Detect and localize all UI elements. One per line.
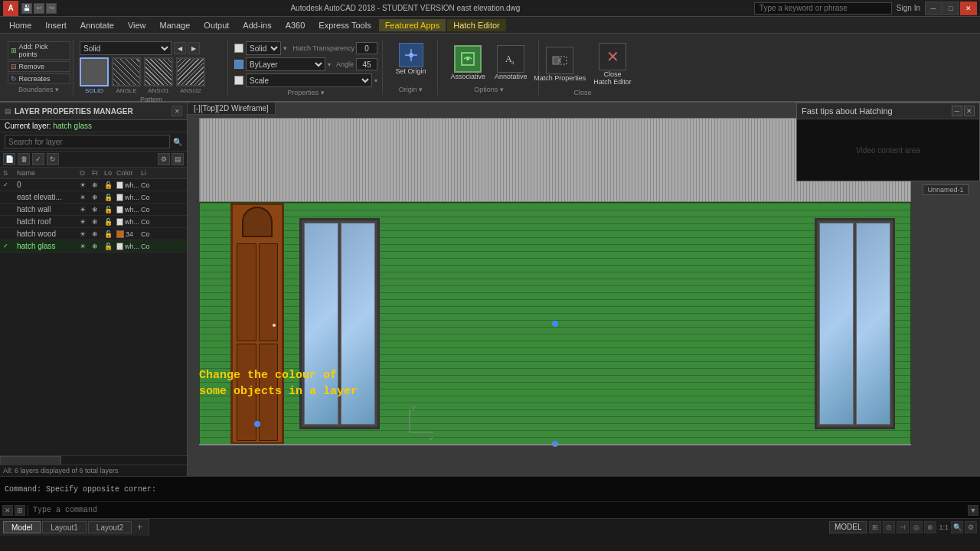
- lp-close-btn[interactable]: ✕: [172, 106, 182, 116]
- layer-freeze-glass[interactable]: ❄: [92, 243, 103, 250]
- menu-express[interactable]: Express Tools: [312, 19, 377, 31]
- bg-color-swatch[interactable]: [234, 76, 243, 85]
- layer-color-0[interactable]: wh...: [116, 181, 139, 189]
- hatch-solid-btn[interactable]: SOLID: [80, 57, 109, 94]
- delete-layer-btn[interactable]: 🗑: [18, 153, 30, 165]
- new-layer-btn[interactable]: 📄: [3, 153, 15, 165]
- cmd-close-btn[interactable]: ✕: [2, 505, 13, 516]
- layer-color-swatch[interactable]: [234, 60, 243, 69]
- menu-view[interactable]: View: [122, 19, 152, 31]
- menu-featured[interactable]: Featured Apps: [379, 19, 446, 31]
- set-current-btn[interactable]: ✓: [32, 153, 44, 165]
- match-properties-btn[interactable]: Match Properties: [531, 45, 588, 83]
- layer-select[interactable]: ByLayer: [246, 57, 325, 71]
- layer-color-glass[interactable]: wh...: [116, 243, 139, 250]
- layer-freeze-east[interactable]: ❄: [92, 194, 103, 201]
- tab-model[interactable]: Model: [3, 521, 41, 533]
- quick-access-btn[interactable]: 💾: [21, 3, 32, 14]
- pattern-prev-btn[interactable]: ◀: [174, 42, 186, 54]
- set-origin-btn[interactable]: Set Origin: [393, 41, 428, 77]
- layer-freeze-0[interactable]: ❄: [92, 181, 103, 189]
- col-color[interactable]: Color: [116, 169, 139, 177]
- layer-on-0[interactable]: ☀: [80, 181, 90, 189]
- layer-lock-0[interactable]: 🔓: [104, 181, 115, 189]
- command-input[interactable]: [28, 502, 968, 518]
- menu-home[interactable]: Home: [3, 19, 38, 31]
- layer-on-wood[interactable]: ☀: [80, 230, 90, 238]
- refresh-btn[interactable]: ↻: [47, 153, 59, 165]
- settings-btn[interactable]: ⚙: [158, 153, 170, 165]
- search-input[interactable]: [754, 2, 892, 15]
- col-on[interactable]: O: [80, 169, 90, 177]
- menu-a360[interactable]: A360: [279, 19, 312, 31]
- layer-lock-roof[interactable]: 🔓: [104, 218, 115, 226]
- scale-select[interactable]: Scale: [246, 73, 372, 87]
- add-boundaries-btn[interactable]: ⊞ Add: Pick points: [8, 41, 70, 60]
- menu-output[interactable]: Output: [198, 19, 235, 31]
- pattern-type-select[interactable]: SolidHatchGradient: [80, 41, 172, 55]
- hatch-angle-btn[interactable]: ANGLE: [112, 57, 141, 94]
- hatch-ansi31-btn[interactable]: ANSI31: [144, 57, 173, 94]
- add-tab-btn[interactable]: +: [133, 521, 145, 533]
- menu-hatch-editor[interactable]: Hatch Editor: [447, 19, 506, 31]
- named-view-label[interactable]: Unnamed-1: [923, 184, 968, 195]
- remove-boundaries-btn[interactable]: ⊟ Remove: [8, 61, 70, 72]
- col-freeze[interactable]: Fr: [92, 169, 103, 177]
- layer-row-east[interactable]: · east elevati... ☀ ❄ 🔓 wh... Co: [0, 191, 187, 204]
- layer-color-roof[interactable]: wh...: [116, 218, 139, 226]
- pattern-next-btn[interactable]: ▶: [188, 42, 200, 54]
- layer-lock-wood[interactable]: 🔓: [104, 230, 115, 238]
- layer-row-roof[interactable]: · hatch roof ☀ ❄ 🔓 wh... Co: [0, 216, 187, 228]
- close-btn[interactable]: ✕: [960, 2, 977, 15]
- snap-btn[interactable]: ⊙: [883, 521, 895, 533]
- layer-freeze-wood[interactable]: ❄: [92, 230, 103, 238]
- angle-input[interactable]: [356, 58, 377, 70]
- col-linetype[interactable]: Li: [141, 169, 156, 177]
- workspace-btn[interactable]: ⚙: [965, 521, 977, 533]
- associative-btn[interactable]: Associative: [448, 44, 488, 82]
- layer-search-input[interactable]: [5, 135, 170, 148]
- cmd-history-btn[interactable]: ▼: [968, 505, 978, 516]
- layer-color-east[interactable]: wh...: [116, 194, 139, 201]
- drawing-area[interactable]: [-][Top][2D Wireframe] 人人素材 人人素材 人人素材 人人…: [188, 103, 980, 476]
- layer-freeze-wall[interactable]: ❄: [92, 206, 103, 214]
- grid-btn[interactable]: ⊞: [869, 521, 881, 533]
- sign-in-link[interactable]: Sign In: [897, 4, 920, 12]
- layer-row-0[interactable]: ✓ 0 ☀ ❄ 🔓 wh... Co: [0, 179, 187, 191]
- menu-annotate[interactable]: Annotate: [74, 19, 120, 31]
- layer-on-roof[interactable]: ☀: [80, 218, 90, 226]
- layer-lock-glass[interactable]: 🔓: [104, 243, 115, 250]
- hatch-ansi32-btn[interactable]: ANSI32: [176, 57, 205, 94]
- tab-layout2[interactable]: Layout2: [88, 521, 132, 533]
- filter-btn[interactable]: ▤: [172, 153, 184, 165]
- menu-addins[interactable]: Add-ins: [237, 19, 277, 31]
- layer-on-glass[interactable]: ☀: [80, 243, 90, 250]
- model-space-btn[interactable]: MODEL: [829, 521, 867, 533]
- layer-freeze-roof[interactable]: ❄: [92, 218, 103, 226]
- close-hatch-editor-btn[interactable]: ✕ CloseHatch Editor: [591, 41, 634, 87]
- layer-on-east[interactable]: ☀: [80, 194, 90, 201]
- layer-row-glass[interactable]: ✓ hatch glass ☀ ❄ 🔓 wh... Co: [0, 240, 187, 253]
- col-lock[interactable]: Lo: [104, 169, 115, 177]
- layer-row-wall[interactable]: · hatch wall ☀ ❄ 🔓 wh... Co: [0, 204, 187, 216]
- minimize-btn[interactable]: ─: [925, 2, 942, 15]
- fasttips-close-btn[interactable]: ✕: [964, 106, 975, 116]
- layer-color-wood[interactable]: 34: [116, 230, 139, 238]
- layer-on-wall[interactable]: ☀: [80, 206, 90, 214]
- fasttips-minimize-btn[interactable]: ─: [952, 106, 962, 116]
- col-name[interactable]: Name: [17, 169, 78, 177]
- tab-layout1[interactable]: Layout1: [42, 521, 87, 533]
- polar-btn[interactable]: ◎: [910, 521, 923, 533]
- menu-manage[interactable]: Manage: [154, 19, 197, 31]
- undo-btn[interactable]: ↩: [34, 3, 44, 14]
- hatch-color-select[interactable]: Solid: [246, 41, 281, 55]
- layer-color-wall[interactable]: wh...: [116, 206, 139, 214]
- layer-hscroll[interactable]: [0, 455, 187, 465]
- layer-row-wood[interactable]: · hatch wood ☀ ❄ 🔓 34 Co: [0, 228, 187, 240]
- cmd-arrows-btn[interactable]: ⊞: [15, 505, 25, 516]
- annotative-btn[interactable]: Aa Annotative: [492, 44, 530, 82]
- ortho-btn[interactable]: ⊣: [897, 521, 909, 533]
- maximize-btn[interactable]: □: [942, 2, 959, 15]
- transparency-input[interactable]: [356, 42, 377, 54]
- redo-btn[interactable]: ↪: [46, 3, 57, 14]
